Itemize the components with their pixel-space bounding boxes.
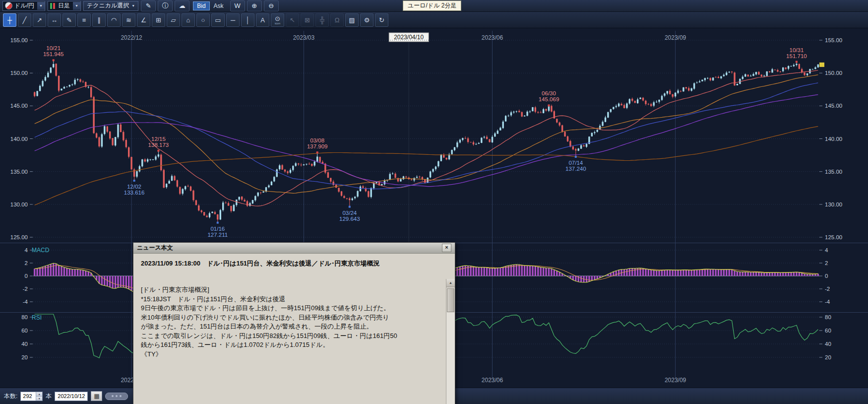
news-line: 9日午後の東京市場でドル・円は節目を上抜け、一時151円09銭まで値を切り上げた… xyxy=(141,304,443,313)
eraser-tool[interactable]: ▨ xyxy=(345,13,359,27)
freehand-tool[interactable]: ✎ xyxy=(62,13,76,27)
drawing-toolbar: ┼╱↗↔✎≡∥◠≋∠⊞▱⌂○▭─│A⊙icon↖⊠╬Ω▨⚙↻ xyxy=(0,12,868,28)
cloud-icon[interactable]: ☁ xyxy=(175,0,189,11)
refresh-tool[interactable]: ↻ xyxy=(375,13,388,27)
svg-text:135.00: 135.00 xyxy=(10,169,28,175)
svg-text:127.211: 127.211 xyxy=(207,232,228,238)
svg-text:RSI: RSI xyxy=(32,314,42,321)
svg-text:151.945: 151.945 xyxy=(43,51,64,57)
svg-text:129.643: 129.643 xyxy=(339,216,360,222)
svg-text:155.00: 155.00 xyxy=(10,37,28,43)
svg-text:20: 20 xyxy=(21,354,28,360)
svg-text:20: 20 xyxy=(825,354,831,360)
bar-count-value: 292 xyxy=(21,392,36,401)
pencil-icon[interactable]: ✎ xyxy=(141,0,156,11)
svg-text:140.00: 140.00 xyxy=(10,136,28,142)
news-line: *15:18JST ドル・円は151円台、米金利安は後退 xyxy=(141,295,443,304)
svg-text:40: 40 xyxy=(21,341,28,347)
svg-text:-4: -4 xyxy=(825,299,830,305)
ray-tool[interactable]: ↗ xyxy=(33,13,46,27)
svg-text:12/02: 12/02 xyxy=(127,184,141,190)
candlestick-mini-icon xyxy=(50,3,56,9)
svg-text:MACD: MACD xyxy=(32,247,50,254)
ask-button[interactable]: Ask xyxy=(210,1,228,10)
scroll-up-icon[interactable]: ▲ xyxy=(446,279,455,287)
start-date-field[interactable]: 2022/10/12 xyxy=(55,392,88,401)
pair-selector-value: ドル/円 xyxy=(14,1,34,10)
bar-count-label: 本数: xyxy=(4,392,17,401)
news-popup-titlebar[interactable]: ニュース本文 × xyxy=(133,243,455,254)
chevron-down-icon: ▼ xyxy=(131,4,135,7)
news-line: 米10年債利回りの下げ渋りでドル買いに振れたほか、日経平均株価の強含みで円売り xyxy=(141,313,443,323)
rectangle-tool[interactable]: ▭ xyxy=(211,13,225,27)
scrollbar-thumb[interactable] xyxy=(447,288,454,312)
technical-select-button[interactable]: テクニカル選択 ▼ xyxy=(83,1,138,11)
svg-text:-4: -4 xyxy=(23,299,28,305)
bar-unit-label: 本 xyxy=(46,392,52,401)
svg-text:07/14: 07/14 xyxy=(568,160,583,166)
svg-text:151.710: 151.710 xyxy=(786,53,807,59)
svg-text:0: 0 xyxy=(825,273,828,279)
trendline-tool[interactable]: ╱ xyxy=(18,13,31,27)
svg-text:80: 80 xyxy=(825,314,831,320)
scroll-handle[interactable] xyxy=(105,393,128,400)
svg-text:135.00: 135.00 xyxy=(825,169,842,175)
multi-line-tool[interactable]: ≡ xyxy=(77,13,91,27)
svg-text:137.909: 137.909 xyxy=(307,143,328,149)
gann-fan-tool[interactable]: ∠ xyxy=(137,13,150,27)
svg-text:133.616: 133.616 xyxy=(124,190,145,196)
delete-tool: ⊠ xyxy=(301,13,314,27)
stepper-up-icon[interactable]: ▲ xyxy=(36,392,42,397)
timeframe-selector[interactable]: 日足 ▼ xyxy=(48,1,81,11)
news-scrollbar[interactable]: ▲ xyxy=(446,279,455,404)
svg-text:2023/06: 2023/06 xyxy=(482,377,503,384)
ellipse-tool[interactable]: ○ xyxy=(196,13,210,27)
svg-text:10/21: 10/21 xyxy=(46,45,61,51)
chart-mode-icon[interactable]: W xyxy=(230,0,245,11)
chevron-down-icon[interactable]: ▼ xyxy=(73,2,80,10)
fibonacci-retracement-tool[interactable]: ≋ xyxy=(122,13,135,27)
svg-text:60: 60 xyxy=(825,328,831,334)
svg-text:145.00: 145.00 xyxy=(10,103,28,109)
svg-text:145.00: 145.00 xyxy=(825,103,842,109)
grid-tool[interactable]: ⊞ xyxy=(152,13,165,27)
text-tool[interactable]: A xyxy=(256,13,269,27)
settings-tool[interactable]: ⚙ xyxy=(360,13,373,27)
svg-text:125.00: 125.00 xyxy=(10,234,28,240)
svg-text:03/24: 03/24 xyxy=(342,210,357,216)
news-popup-window: ニュース本文 × 2023/11/09 15:18:00 ドル･円は151円台、… xyxy=(133,242,455,404)
chart-window-tab-eurusd[interactable]: ユーロ/ドル 2分足 xyxy=(403,0,461,11)
svg-text:-2: -2 xyxy=(825,286,830,292)
calendar-icon[interactable]: ▦ xyxy=(91,391,102,401)
channel-tool[interactable]: ▱ xyxy=(167,13,180,27)
parallel-line-tool[interactable]: ∥ xyxy=(92,13,106,27)
zoom-out-icon[interactable]: ⊖ xyxy=(264,0,279,11)
icon-stamp-tool[interactable]: ⊙icon xyxy=(271,13,284,27)
swing-annotations: 10/21151.94512/02133.61612/15138.17301/1… xyxy=(43,45,807,237)
current-price-tag xyxy=(819,63,824,67)
svg-text:130.00: 130.00 xyxy=(825,202,842,207)
bid-button[interactable]: Bid xyxy=(193,1,209,10)
svg-text:80: 80 xyxy=(21,314,28,320)
crosshair-tool[interactable]: ┼ xyxy=(3,13,16,27)
horizontal-line-tool[interactable]: ─ xyxy=(226,13,240,27)
info-icon[interactable]: ⓘ xyxy=(158,0,173,11)
extended-line-tool[interactable]: ↔ xyxy=(48,13,61,27)
zoom-in-icon[interactable]: ⊕ xyxy=(247,0,262,11)
pair-selector[interactable]: ドル/円 ▼ xyxy=(2,1,45,11)
svg-text:138.173: 138.173 xyxy=(148,142,169,148)
vertical-line-tool[interactable]: │ xyxy=(241,13,254,27)
close-icon[interactable]: × xyxy=(442,244,451,252)
svg-text:145.069: 145.069 xyxy=(539,96,559,102)
stepper-down-icon[interactable]: ▼ xyxy=(36,397,42,401)
news-line: [ドル・円東京市場概況] xyxy=(141,285,443,295)
bar-count-stepper[interactable]: 292 ▲ ▼ xyxy=(20,392,43,401)
chevron-down-icon[interactable]: ▼ xyxy=(37,2,45,10)
fibonacci-arc-tool[interactable]: ◠ xyxy=(107,13,121,27)
svg-text:4: 4 xyxy=(25,247,28,253)
svg-text:2: 2 xyxy=(25,260,28,266)
svg-text:60: 60 xyxy=(21,328,28,334)
svg-text:150.00: 150.00 xyxy=(10,70,28,76)
svg-text:4: 4 xyxy=(825,247,828,253)
pentagon-tool[interactable]: ⌂ xyxy=(182,13,195,27)
